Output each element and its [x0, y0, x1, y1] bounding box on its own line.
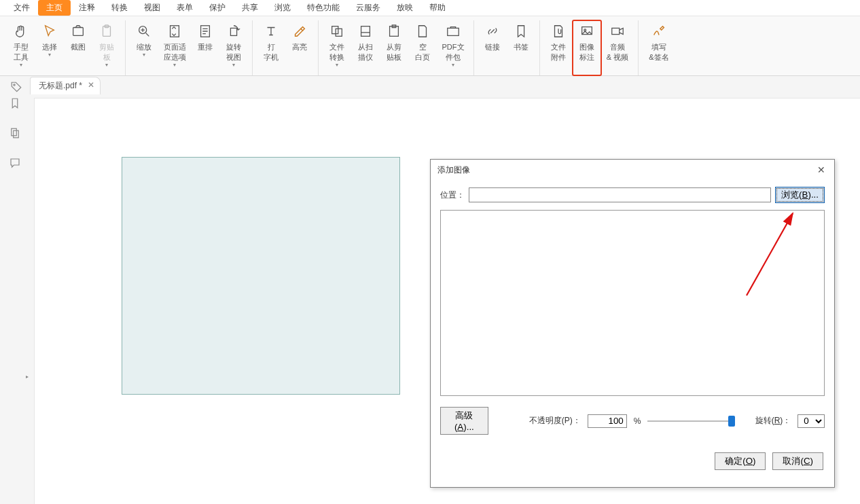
menu-help[interactable]: 帮助 [421, 0, 454, 16]
close-icon[interactable]: ✕ [88, 80, 94, 90]
document-tabs: 无标题.pdf * ✕ [0, 76, 860, 95]
highlight-button[interactable]: 高亮 [285, 20, 314, 75]
portfolio-label: PDF文 件包 [442, 42, 465, 62]
reflow-button[interactable]: 重排 [191, 20, 219, 75]
pages-icon[interactable] [7, 125, 23, 141]
link-icon [484, 23, 501, 39]
highlight-label: 高亮 [292, 42, 307, 52]
rotate-select[interactable]: 0 [798, 414, 825, 428]
select-tool-button[interactable]: 选择 ▾ [35, 20, 64, 75]
blank-page-label: 空 白页 [415, 42, 430, 62]
fit-button[interactable]: 页面适 应选项 ▾ [158, 20, 191, 75]
clipboard-button[interactable]: 剪贴 板 ▾ [92, 20, 121, 75]
cancel-button[interactable]: 取消(C) [772, 452, 823, 470]
fill-sign-label: 填写 &签名 [649, 42, 668, 62]
svg-rect-6 [230, 28, 236, 35]
typewriter-label: 打 字机 [264, 42, 279, 62]
advanced-button[interactable]: 高级(A)... [440, 407, 488, 435]
ribbon-group-7: 填写 &签名 [639, 20, 679, 75]
av-icon [609, 23, 626, 39]
menu-protect[interactable]: 保护 [201, 0, 234, 16]
location-input[interactable] [469, 187, 771, 202]
slider-thumb[interactable] [728, 416, 735, 427]
convert-icon [329, 23, 345, 39]
zoom-button[interactable]: 缩放 ▾ [130, 20, 158, 75]
portfolio-button[interactable]: PDF文 件包 ▾ [437, 20, 469, 75]
chevron-down-icon: ▾ [232, 62, 235, 68]
ribbon-group-1: 手型 工具 ▾ 选择 ▾ 截图 剪贴 板 ▾ [3, 20, 126, 75]
link-button[interactable]: 链接 [478, 20, 507, 75]
from-clipboard-icon [386, 23, 402, 39]
snapshot-icon [70, 23, 86, 39]
chevron-down-icon: ▾ [452, 62, 454, 68]
comment-icon[interactable] [7, 155, 23, 171]
rotate-label: 旋转(R)： [755, 415, 791, 427]
document-tab-title: 无标题.pdf * [39, 80, 82, 92]
opacity-slider[interactable] [647, 417, 732, 425]
bookmark-button[interactable]: 书签 [507, 20, 535, 75]
svg-rect-0 [73, 28, 84, 36]
attachment-button[interactable]: 文件 附件 [544, 20, 573, 75]
browse-button[interactable]: 浏览(B)... [775, 187, 825, 203]
attachment-icon [550, 23, 567, 39]
menu-view[interactable]: 视图 [136, 0, 168, 16]
reflow-label: 重排 [198, 42, 213, 52]
menu-form[interactable]: 表单 [168, 0, 201, 16]
typewriter-button[interactable]: 打 字机 [257, 20, 285, 75]
menu-cloud[interactable]: 云服务 [348, 0, 389, 16]
zoom-icon [136, 23, 152, 39]
close-icon[interactable]: ✕ [815, 164, 827, 176]
menu-convert[interactable]: 转换 [103, 0, 136, 16]
svg-rect-14 [612, 28, 620, 34]
menu-share[interactable]: 共享 [234, 0, 266, 16]
svg-rect-11 [448, 28, 459, 35]
menu-comment[interactable]: 注释 [71, 0, 103, 16]
hand-tool-button[interactable]: 手型 工具 ▾ [7, 20, 35, 75]
convert-button[interactable]: 文件 转换 ▾ [323, 20, 351, 75]
dialog-titlebar: 添加图像 ✕ [431, 160, 834, 180]
opacity-input[interactable] [588, 414, 627, 428]
clipboard-icon [98, 23, 115, 39]
chevron-down-icon: ▾ [20, 62, 22, 68]
image-annotation-button[interactable]: 图像 标注 [573, 20, 601, 75]
attachment-label: 文件 附件 [551, 42, 566, 62]
expand-sidebar-icon[interactable]: ▸ [26, 374, 31, 387]
convert-label: 文件 转换 [329, 42, 344, 62]
bookmark-side-icon[interactable] [7, 95, 23, 111]
menu-home[interactable]: 主页 [38, 0, 71, 16]
menu-presentation[interactable]: 放映 [389, 0, 421, 16]
preview-area [440, 210, 825, 396]
ribbon-group-5: 链接 书签 [474, 20, 540, 75]
ribbon-group-3: 打 字机 高亮 [253, 20, 319, 75]
menu-file[interactable]: 文件 [5, 0, 38, 16]
typewriter-icon [263, 23, 279, 39]
scanner-icon [357, 23, 374, 39]
snapshot-button[interactable]: 截图 [64, 20, 92, 75]
hand-icon [13, 23, 29, 39]
svg-rect-7 [332, 26, 338, 34]
menu-browse[interactable]: 浏览 [266, 0, 299, 16]
rotate-view-button[interactable]: 旋转 视图 ▾ [219, 20, 248, 75]
left-sidebar: ▸ [0, 95, 30, 504]
blank-page-button[interactable]: 空 白页 [408, 20, 437, 75]
add-image-dialog: 添加图像 ✕ 位置： 浏览(B)... 高级(A)... 不透明度(P)： [430, 159, 835, 488]
rotate-view-label: 旋转 视图 [226, 42, 241, 62]
dialog-title-text: 添加图像 [437, 164, 470, 176]
menu-special[interactable]: 特色功能 [299, 0, 348, 16]
hand-tool-label: 手型 工具 [14, 42, 29, 62]
fill-sign-button[interactable]: 填写 &签名 [643, 20, 675, 75]
select-tool-label: 选择 [42, 42, 57, 52]
rotate-icon [226, 23, 242, 39]
svg-rect-8 [336, 29, 342, 36]
scanner-button[interactable]: 从扫 描仪 [351, 20, 380, 75]
audio-video-label: 音频 & 视频 [607, 42, 628, 62]
link-label: 链接 [485, 42, 500, 52]
tag-icon[interactable] [8, 79, 24, 95]
bookmark-label: 书签 [514, 42, 528, 52]
opacity-label: 不透明度(P)： [529, 415, 581, 427]
audio-video-button[interactable]: 音频 & 视频 [601, 20, 634, 75]
from-clipboard-button[interactable]: 从剪 贴板 [380, 20, 408, 75]
document-tab[interactable]: 无标题.pdf * ✕ [30, 77, 101, 94]
chevron-down-icon: ▾ [173, 62, 176, 68]
ok-button[interactable]: 确定(O) [715, 452, 766, 470]
